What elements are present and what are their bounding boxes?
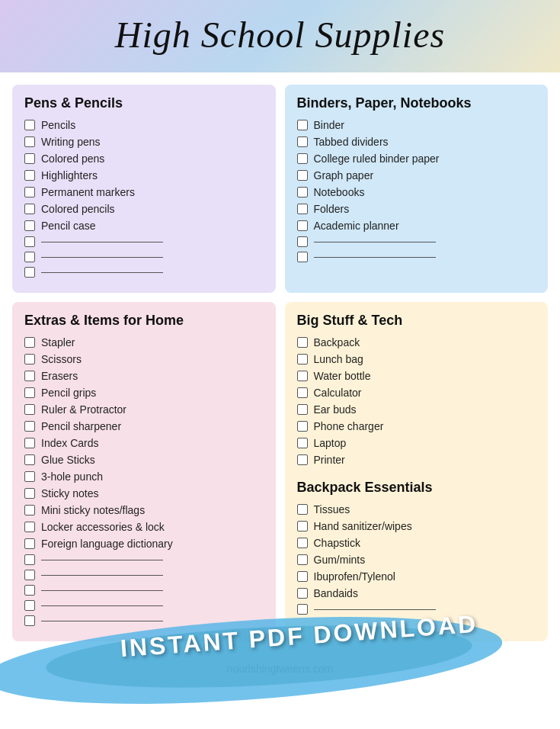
list-item: Pencil sharpener (24, 420, 264, 432)
list-item: Tabbed dividers (297, 136, 536, 148)
list-item: Laptop (297, 437, 536, 449)
checkbox[interactable] (24, 120, 35, 130)
checkbox[interactable] (24, 354, 35, 364)
checkbox[interactable] (297, 571, 308, 582)
list-item: Sticky notes (24, 487, 264, 499)
main-content: Pens & Pencils Pencils Writing pens Colo… (0, 72, 560, 654)
list-item: Lunch bag (297, 353, 536, 365)
list-item: Gum/mints (297, 554, 536, 566)
checkbox[interactable] (297, 354, 308, 364)
checkbox[interactable] (24, 170, 35, 181)
list-item: Ibuprofen/Tylenol (297, 570, 536, 583)
list-item: Ruler & Protractor (24, 403, 264, 416)
checkbox[interactable] (24, 204, 35, 214)
list-item: Permanent markers (24, 186, 264, 198)
section-pens: Pens & Pencils Pencils Writing pens Colo… (12, 85, 276, 293)
stamp-container: INSTANT PDF DOWNLOAD (0, 607, 560, 706)
checkbox[interactable] (297, 337, 308, 348)
blank-line (297, 252, 536, 262)
checkbox[interactable] (24, 505, 35, 515)
checkbox[interactable] (297, 252, 308, 262)
list-item: Folders (297, 203, 536, 215)
checkbox[interactable] (297, 454, 308, 465)
backpack-title: Backpack Essentials (297, 480, 536, 496)
list-item: Pencils (24, 119, 264, 131)
checkbox[interactable] (24, 220, 35, 231)
checkbox[interactable] (297, 521, 308, 531)
checkbox[interactable] (24, 538, 35, 549)
list-item: Printer (297, 454, 536, 466)
checkbox[interactable] (297, 220, 308, 231)
blank-line (24, 252, 264, 262)
checkbox[interactable] (297, 120, 308, 130)
checkbox[interactable] (24, 187, 35, 198)
checkbox[interactable] (297, 504, 308, 515)
list-item: Water bottle (297, 370, 536, 382)
checkbox[interactable] (24, 153, 35, 164)
list-item: 3-hole punch (24, 470, 264, 483)
checkbox[interactable] (297, 538, 308, 548)
checkbox[interactable] (24, 438, 35, 448)
list-item: Erasers (24, 370, 264, 382)
checkbox[interactable] (297, 554, 308, 565)
checkbox[interactable] (297, 421, 308, 432)
checkbox[interactable] (297, 404, 308, 415)
checkbox[interactable] (24, 387, 35, 398)
checkbox[interactable] (24, 404, 35, 415)
checkbox[interactable] (24, 136, 35, 147)
extras-list: Stapler Scissors Erasers Pencil grips Ru… (24, 336, 264, 550)
checkbox[interactable] (297, 387, 308, 398)
checkbox[interactable] (24, 554, 35, 565)
blank-line (297, 236, 536, 247)
list-item: Pencil grips (24, 387, 264, 399)
checkbox[interactable] (297, 438, 308, 448)
checkbox[interactable] (24, 267, 35, 278)
section-binders: Binders, Paper, Notebooks Binder Tabbed … (285, 85, 549, 293)
checkbox[interactable] (24, 585, 35, 596)
checkbox[interactable] (24, 337, 35, 348)
checkbox[interactable] (24, 371, 35, 381)
list-item: Graph paper (297, 169, 536, 181)
list-item: Foreign language dictionary (24, 538, 264, 550)
extras-title: Extras & Items for Home (24, 313, 264, 329)
bigstuff-title: Big Stuff & Tech (297, 313, 536, 329)
list-item: Academic planner (297, 220, 536, 232)
binders-title: Binders, Paper, Notebooks (297, 95, 536, 111)
checkbox[interactable] (24, 252, 35, 262)
checkbox[interactable] (24, 522, 35, 532)
list-item: Phone charger (297, 420, 536, 432)
blank-line (24, 236, 264, 247)
list-item: Writing pens (24, 136, 264, 148)
list-item: Highlighters (24, 169, 264, 181)
checkbox[interactable] (297, 204, 308, 214)
binders-list: Binder Tabbed dividers College ruled bin… (297, 119, 536, 232)
blank-line (24, 570, 264, 580)
section-extras: Extras & Items for Home Stapler Scissors… (12, 302, 276, 641)
checkbox[interactable] (24, 236, 35, 247)
list-item: Bandaids (297, 587, 536, 599)
checkbox[interactable] (297, 153, 308, 164)
list-item: Notebooks (297, 186, 536, 198)
list-item: College ruled binder paper (297, 153, 536, 165)
list-item: Glue Sticks (24, 454, 264, 466)
checkbox[interactable] (297, 371, 308, 381)
checkbox[interactable] (24, 421, 35, 432)
checkbox[interactable] (297, 170, 308, 181)
checkbox[interactable] (297, 136, 308, 147)
checkbox[interactable] (24, 488, 35, 499)
checkbox[interactable] (24, 454, 35, 465)
list-item: Ear buds (297, 403, 536, 416)
backpack-list: Tissues Hand sanitizer/wipes Chapstick G… (297, 503, 536, 599)
list-item: Hand sanitizer/wipes (297, 520, 536, 532)
section-bigstuff: Big Stuff & Tech Backpack Lunch bag Wate… (285, 302, 549, 641)
checkbox[interactable] (297, 236, 308, 247)
list-item: Binder (297, 119, 536, 131)
checkbox[interactable] (24, 471, 35, 482)
checkbox[interactable] (24, 570, 35, 580)
list-item: Tissues (297, 503, 536, 515)
checkbox[interactable] (297, 187, 308, 198)
list-item: Index Cards (24, 437, 264, 449)
list-item: Pencil case (24, 220, 264, 232)
list-item: Calculator (297, 387, 536, 399)
checkbox[interactable] (297, 588, 308, 599)
